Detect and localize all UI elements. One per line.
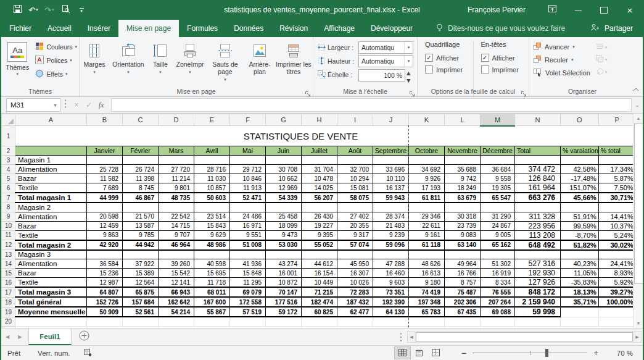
cell[interactable]: 5,87% xyxy=(598,174,635,183)
column-header-D[interactable]: D xyxy=(159,114,194,126)
column-header-G[interactable]: G xyxy=(266,114,302,126)
column-header-M[interactable]: M xyxy=(481,114,515,126)
cell[interactable]: 64 130 xyxy=(373,307,409,317)
cell[interactable]: 8,93% xyxy=(598,269,635,278)
cell[interactable]: 39 260 xyxy=(159,259,194,269)
select-all-button[interactable] xyxy=(2,114,15,126)
zoom-out-button[interactable]: − xyxy=(458,348,471,358)
cell[interactable]: 29 346 xyxy=(409,212,445,221)
header-cell[interactable]: Juin xyxy=(266,146,302,156)
cell[interactable]: 13 587 xyxy=(123,221,159,230)
cell[interactable]: 59 172 xyxy=(266,307,302,317)
cell[interactable] xyxy=(266,326,302,328)
cell[interactable]: 27 720 xyxy=(159,165,194,174)
cell[interactable] xyxy=(337,326,373,328)
cell[interactable] xyxy=(337,156,373,165)
cell[interactable]: 19 305 xyxy=(481,183,515,193)
cell[interactable]: 70 147 xyxy=(266,287,302,297)
cell[interactable] xyxy=(409,156,445,165)
cell[interactable] xyxy=(337,203,373,212)
tab-developpeur[interactable]: Développeur xyxy=(363,20,421,37)
cell[interactable]: Alimentation xyxy=(15,165,87,174)
scroll-down-button[interactable]: ▼ xyxy=(634,319,643,328)
cell[interactable]: 24 867 xyxy=(481,221,515,230)
themes-button[interactable]: Aa Thèmes ▾ xyxy=(1,39,33,96)
cell[interactable]: 35,71% xyxy=(561,297,599,307)
cell[interactable]: 15 843 xyxy=(194,221,230,230)
row-header-21[interactable]: 21 xyxy=(2,326,15,328)
cell[interactable]: 34 692 xyxy=(409,165,445,174)
header-cell[interactable]: Juillet xyxy=(302,146,337,156)
cell[interactable] xyxy=(337,317,373,326)
cell[interactable]: 43 274 xyxy=(266,259,302,269)
cell[interactable]: 10 110 xyxy=(373,174,409,183)
cell[interactable] xyxy=(194,250,230,259)
cell[interactable]: 16 154 xyxy=(302,269,337,278)
cell[interactable]: 75 487 xyxy=(445,287,481,297)
cell[interactable]: 52 561 xyxy=(123,307,159,317)
cell[interactable] xyxy=(266,250,302,259)
button-zoneimpr[interactable]: ZoneImpr▾ xyxy=(173,39,207,96)
cell[interactable]: 26 430 xyxy=(302,212,337,221)
cell[interactable]: -35,83% xyxy=(561,278,599,288)
cell[interactable] xyxy=(598,126,635,146)
cell[interactable]: 28 374 xyxy=(373,212,409,221)
cell[interactable]: 15 236 xyxy=(87,269,123,278)
cell[interactable]: 59 943 xyxy=(373,193,409,203)
cell[interactable]: 56 207 xyxy=(302,193,337,203)
cell[interactable] xyxy=(230,250,266,259)
cell[interactable]: 29 712 xyxy=(230,165,266,174)
cell[interactable]: 47 288 xyxy=(373,259,409,269)
cell[interactable] xyxy=(445,326,481,328)
cell[interactable]: Total général xyxy=(15,297,87,307)
cell[interactable]: 42 920 xyxy=(87,240,123,250)
column-header-N[interactable]: N xyxy=(515,114,561,126)
cell[interactable]: 50 603 xyxy=(194,193,230,203)
cell[interactable]: 61 811 xyxy=(409,193,445,203)
new-sheet-button[interactable] xyxy=(79,330,89,343)
cell[interactable]: 2 159 940 xyxy=(515,297,561,307)
cell[interactable]: 30 708 xyxy=(266,165,302,174)
cell[interactable]: 51 008 xyxy=(230,240,266,250)
cell[interactable]: 55 052 xyxy=(302,240,337,250)
cell[interactable]: 11 295 xyxy=(230,278,266,288)
cell[interactable]: Total magasin 3 xyxy=(15,287,87,297)
cell[interactable] xyxy=(515,326,561,328)
cell[interactable]: 207 264 xyxy=(481,297,515,307)
tab-revision[interactable]: Révision xyxy=(271,20,316,37)
cell[interactable] xyxy=(123,203,159,212)
cell[interactable]: 192 390 xyxy=(373,297,409,307)
cell[interactable]: 14 025 xyxy=(302,183,337,193)
user-name[interactable]: Françoise Pervier xyxy=(468,6,526,14)
spin-down-icon[interactable]: ▼ xyxy=(405,77,413,84)
cell[interactable]: 23 739 xyxy=(445,221,481,230)
row-header-5[interactable]: 5 xyxy=(2,174,15,183)
cell[interactable]: 51 302 xyxy=(481,259,515,269)
cell[interactable] xyxy=(373,203,409,212)
share-button[interactable]: Partager xyxy=(590,20,633,37)
cell[interactable]: 71 215 xyxy=(302,287,337,297)
button-marges[interactable]: Marges▾ xyxy=(80,39,109,96)
cell[interactable]: 16 919 xyxy=(481,269,515,278)
cell[interactable]: 11,05% xyxy=(561,269,599,278)
cell[interactable]: 54 339 xyxy=(266,193,302,203)
tab-fichier[interactable]: Fichier xyxy=(1,20,39,37)
cell[interactable]: 65 162 xyxy=(481,240,515,250)
cell[interactable]: 113 208 xyxy=(515,230,561,240)
cell[interactable] xyxy=(87,326,123,328)
cell[interactable] xyxy=(409,317,445,326)
horizontal-scroll-thumb[interactable] xyxy=(416,332,633,341)
checkbox-icon[interactable] xyxy=(425,65,433,73)
cell[interactable]: Bazar xyxy=(15,174,87,183)
cell[interactable]: 11 398 xyxy=(123,174,159,183)
cell[interactable]: 172 558 xyxy=(230,297,266,307)
column-header-I[interactable]: I xyxy=(337,114,373,126)
row-header-13[interactable]: 13 xyxy=(2,250,15,259)
cell[interactable]: Total magasin 1 xyxy=(15,193,87,203)
cell[interactable] xyxy=(445,250,481,259)
cell[interactable]: 64 807 xyxy=(87,287,123,297)
cell[interactable] xyxy=(266,317,302,326)
cell[interactable]: 68 011 xyxy=(194,287,230,297)
row-header-7[interactable]: 7 xyxy=(2,193,15,203)
button-couleurs[interactable]: Couleurs▾ xyxy=(33,40,79,54)
